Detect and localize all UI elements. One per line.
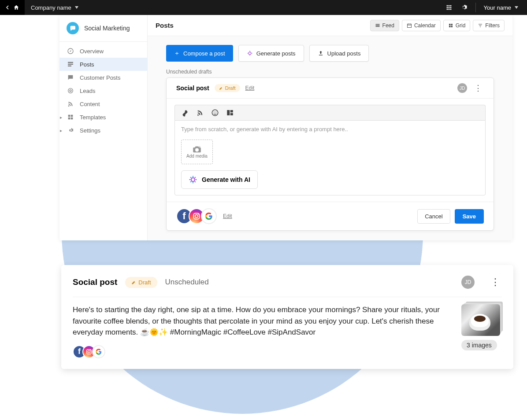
ai-icon (247, 50, 253, 56)
compass-icon (67, 47, 74, 55)
expand-icon: ▸ (60, 128, 62, 133)
preview-networks: f (73, 345, 502, 358)
sidebar-item-overview[interactable]: Overview (59, 44, 147, 58)
draft-badge: Draft (125, 277, 157, 288)
sidebar-item-posts[interactable]: Posts (59, 58, 147, 71)
upload-icon (318, 50, 324, 56)
grid-icon (448, 23, 453, 28)
cancel-button[interactable]: Cancel (417, 209, 450, 224)
more-menu[interactable]: ⋮ (472, 83, 484, 93)
upload-posts-button[interactable]: Upload posts (309, 45, 369, 62)
chevron-down-icon (75, 6, 78, 9)
content: Posts Feed Calendar Grid Filters ＋Compos… (148, 15, 512, 240)
apps-icon[interactable] (445, 4, 453, 11)
topbar-divider (475, 3, 476, 12)
add-media-button[interactable]: + Add media (181, 140, 213, 164)
compose-post-button[interactable]: ＋Compose a post (166, 45, 233, 62)
generate-posts-button[interactable]: Generate posts (238, 45, 304, 62)
preview-card: Social post Draft Unscheduled JD ⋮ Here'… (61, 265, 513, 369)
page-title: Posts (156, 22, 174, 29)
topbar: Company name Your name (0, 0, 527, 15)
posts-icon (67, 60, 74, 68)
view-grid[interactable]: Grid (443, 20, 471, 31)
svg-point-9 (191, 178, 195, 181)
view-filters[interactable]: Filters (473, 20, 505, 31)
svg-point-6 (214, 112, 215, 113)
preview-title: Social post (73, 277, 117, 287)
target-icon (67, 87, 74, 95)
home-icon (13, 4, 19, 11)
content-header: Posts Feed Calendar Grid Filters (148, 15, 512, 36)
svg-point-11 (195, 215, 198, 218)
gear-icon (67, 126, 74, 134)
svg-point-1 (68, 88, 73, 93)
chat-icon (67, 74, 74, 81)
editor-card: Social post Draft Edit JD ⋮ Type from sc… (166, 77, 494, 231)
back-icon (5, 5, 10, 10)
generate-with-ai-button[interactable]: Generate with AI (181, 170, 258, 189)
svg-point-2 (70, 90, 71, 92)
editor-toolbar (174, 105, 486, 120)
view-feed[interactable]: Feed (370, 20, 399, 31)
more-menu[interactable]: ⋮ (489, 276, 502, 288)
app-name: Social Marketing (84, 25, 130, 32)
edit-networks-link[interactable]: Edit (223, 213, 232, 219)
filter-icon (478, 23, 483, 28)
section-label: Unscheduled drafts (148, 67, 512, 77)
nav-back-home[interactable] (0, 0, 25, 15)
calendar-icon (407, 23, 412, 28)
company-dropdown[interactable]: Company name (25, 4, 85, 11)
app-title: Social Marketing (59, 15, 147, 41)
sidebar: Social Marketing Overview Posts Customer… (59, 15, 148, 240)
rss-icon[interactable] (196, 109, 204, 117)
sidebar-item-leads[interactable]: Leads (59, 84, 147, 97)
preview-text: Here's to starting the day right, one si… (73, 304, 453, 338)
sidebar-item-content[interactable]: Content (59, 97, 147, 111)
save-button[interactable]: Save (455, 209, 484, 224)
avatar: JD (457, 83, 467, 93)
view-calendar[interactable]: Calendar (402, 20, 441, 31)
rss-icon (67, 100, 74, 108)
company-label: Company name (31, 4, 71, 11)
avatar: JD (461, 276, 475, 289)
unscheduled-label: Unscheduled (165, 278, 209, 287)
sidebar-item-templates[interactable]: ▸Templates (59, 111, 147, 124)
editor-title: Social post (176, 85, 209, 92)
edit-link[interactable]: Edit (245, 85, 255, 91)
preview-image-stack[interactable]: 3 images (461, 304, 502, 338)
selected-networks: f (176, 208, 217, 224)
app-logo (67, 22, 79, 34)
layout-icon[interactable] (226, 109, 234, 117)
post-textarea[interactable]: Type from scratch, or generate with AI b… (174, 120, 486, 195)
link-icon[interactable] (181, 109, 189, 117)
svg-text:+: + (199, 146, 200, 149)
svg-rect-3 (407, 24, 411, 27)
expand-icon: ▸ (60, 115, 62, 120)
feed-icon (375, 23, 380, 28)
image-count-badge: 3 images (461, 340, 497, 350)
sidebar-item-customer-posts[interactable]: Customer Posts (59, 71, 147, 84)
user-label: Your name (484, 4, 511, 11)
gear-icon[interactable] (460, 4, 468, 11)
svg-point-12 (198, 214, 199, 215)
svg-point-15 (90, 350, 91, 350)
camera-icon: + (193, 146, 201, 153)
emoji-icon[interactable] (211, 109, 219, 117)
google-icon[interactable] (201, 208, 217, 224)
google-icon (92, 345, 105, 358)
plus-icon: ＋ (174, 49, 180, 57)
main-card: Social Marketing Overview Posts Customer… (59, 15, 512, 240)
svg-point-14 (88, 350, 90, 353)
svg-point-7 (215, 112, 216, 113)
templates-icon (67, 113, 74, 121)
svg-point-5 (212, 110, 218, 116)
user-menu[interactable]: Your name (484, 4, 518, 11)
textarea-placeholder: Type from scratch, or generate with AI b… (181, 126, 479, 133)
draft-badge: Draft (215, 84, 240, 92)
svg-point-4 (249, 52, 251, 55)
ai-icon (189, 175, 197, 184)
sidebar-item-settings[interactable]: ▸Settings (59, 124, 147, 137)
chevron-down-icon (515, 6, 518, 9)
